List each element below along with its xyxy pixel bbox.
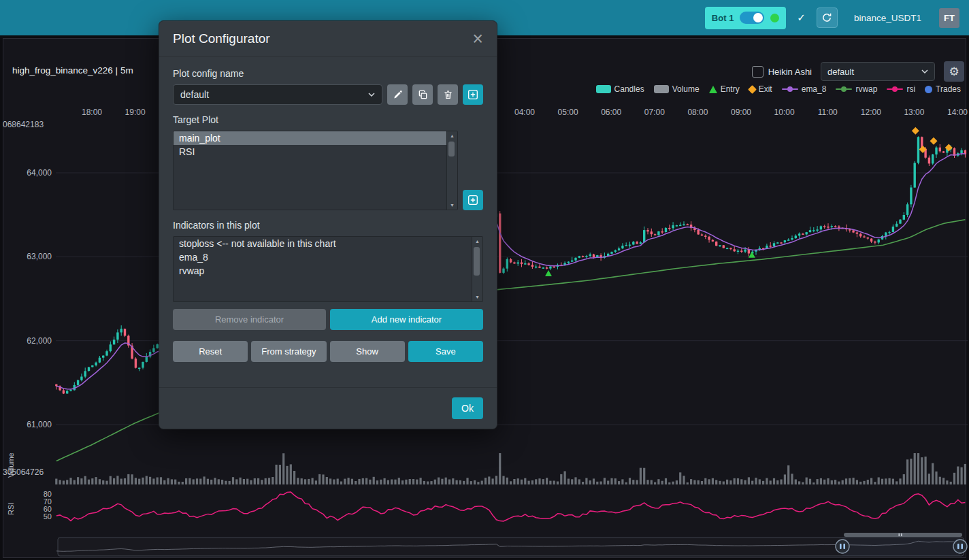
left-axis-top-value: 068642183 [3,120,44,129]
list-scrollbar[interactable]: ▲ ▼ [446,131,457,210]
add-config-button[interactable] [463,84,483,105]
legend-label: Trades [936,84,961,94]
scroll-down-icon[interactable]: ▼ [472,295,482,299]
ft-logo[interactable]: FT [939,8,959,28]
plot-config-header-select[interactable]: default [821,62,935,81]
add-plot-button[interactable] [463,190,483,210]
plot-config-header-value: default [827,67,854,77]
online-indicator-icon [770,14,779,22]
plot-configurator-modal: Plot Configurator × Plot config name def… [159,20,497,429]
legend-label: rvwap [855,84,877,94]
legend-item-Exit[interactable]: Exit [749,84,772,94]
list-item[interactable]: stoploss <-- not available in this chart [174,237,472,250]
rvwap-symbol-icon [836,86,852,93]
plot-config-select-value: default [180,89,209,100]
pencil-icon [393,90,403,100]
list-item[interactable]: ema_8 [174,250,472,264]
trash-icon [443,90,453,100]
from-strategy-button[interactable]: From strategy [251,341,326,362]
ok-button[interactable]: Ok [452,397,483,419]
chart-legend: CandlesVolumeEntryExitema_8rvwaprsiTrade… [596,84,961,94]
config-buttons-row: Reset From strategy Show Save [173,341,483,362]
status-check-icon: ✓ [797,12,806,24]
pair-label: binance_USDT1 [854,13,921,23]
close-icon[interactable]: × [472,32,483,46]
heikin-ashi-checkbox[interactable] [752,66,763,78]
modal-footer: Ok [159,387,497,429]
chevron-down-icon [368,93,375,97]
target-plot-list[interactable]: main_plotRSI ▲ ▼ [173,131,458,210]
modal-title: Plot Configurator [173,31,270,46]
config-name-label: Plot config name [173,68,483,79]
rsi-symbol-icon [887,86,903,93]
indicator-buttons-row: Remove indicator Add new indicator [173,309,483,330]
scrollbar-thumb[interactable] [448,142,455,157]
legend-label: Exit [759,84,772,94]
save-button[interactable]: Save [408,341,483,362]
remove-indicator-button[interactable]: Remove indicator [173,309,326,330]
legend-item-ema_8[interactable]: ema_8 [782,84,827,94]
bot-name-label: Bot 1 [712,13,734,23]
chart-controls: Heikin Ashi default ⚙ [752,61,964,82]
bot-selector[interactable]: Bot 1 [705,7,787,29]
scroll-up-icon[interactable]: ▲ [447,133,457,138]
legend-item-Trades[interactable]: Trades [925,84,961,94]
edit-config-button[interactable] [387,84,408,105]
bot-toggle[interactable] [740,12,764,24]
legend-label: Volume [672,84,700,94]
reset-button[interactable]: Reset [173,341,248,362]
plot-settings-button[interactable]: ⚙ [944,61,964,82]
refresh-button[interactable] [817,7,838,28]
legend-label: ema_8 [802,84,827,94]
modal-header: Plot Configurator × [159,21,497,57]
config-row: default [173,84,483,105]
strategy-title: high_frog_binance_v226 | 5m [12,65,133,76]
scroll-down-icon[interactable]: ▼ [447,203,457,208]
legend-label: rsi [906,84,915,94]
gear-icon: ⚙ [949,65,959,79]
modal-body: Plot config name default [159,57,497,387]
list-item[interactable]: rvwap [174,264,472,278]
trades-symbol-icon [925,86,932,93]
indicator-list[interactable]: stoploss <-- not available in this chart… [173,236,483,302]
legend-label: Entry [721,84,740,94]
volume-symbol-icon [654,85,669,93]
scrollbar-thumb[interactable] [474,247,480,276]
volume-axis-name: Volume [7,452,15,478]
exit-symbol-icon [748,85,757,94]
legend-item-rsi[interactable]: rsi [887,84,915,94]
plus-square-icon [467,195,478,205]
legend-item-Candles[interactable]: Candles [596,84,644,94]
copy-icon [418,90,428,100]
rsi-axis-name: RSI [7,503,15,515]
plot-config-select[interactable]: default [173,84,382,105]
show-button[interactable]: Show [330,341,405,362]
plus-square-icon [467,89,478,100]
duplicate-config-button[interactable] [412,84,433,105]
list-item[interactable]: main_plot [174,131,447,145]
toggle-knob [753,13,763,22]
candles-symbol-icon [596,85,611,93]
refresh-icon [821,12,832,23]
add-new-indicator-button[interactable]: Add new indicator [330,309,483,330]
list-item[interactable]: RSI [174,145,447,159]
legend-item-Entry[interactable]: Entry [709,84,740,94]
target-plot-row: main_plotRSI ▲ ▼ [173,131,483,210]
chevron-down-icon [921,69,928,73]
list-scrollbar[interactable]: ▲ ▼ [472,237,482,301]
indicators-label: Indicators in this plot [173,220,483,231]
ema_8-symbol-icon [782,86,798,93]
legend-label: Candles [614,84,644,94]
target-plot-label: Target Plot [173,114,483,125]
scroll-up-icon[interactable]: ▲ [472,239,482,244]
entry-symbol-icon [709,86,717,93]
legend-item-rvwap[interactable]: rvwap [836,84,877,94]
legend-item-Volume[interactable]: Volume [654,84,700,94]
heikin-ashi-label: Heikin Ashi [768,67,812,77]
delete-config-button[interactable] [438,84,458,105]
